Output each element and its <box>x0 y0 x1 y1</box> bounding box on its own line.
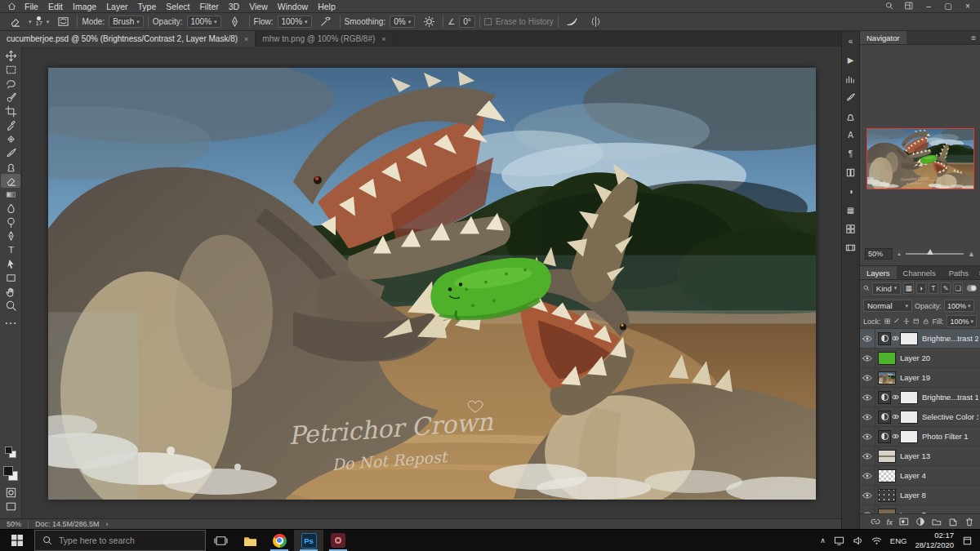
menu-window[interactable]: Window <box>273 2 313 11</box>
move-tool[interactable] <box>1 49 20 63</box>
foreground-color-swatch[interactable] <box>5 447 12 454</box>
layer-row[interactable]: Brightne...trast 2 <box>860 329 980 349</box>
blur-tool[interactable] <box>1 202 20 216</box>
visibility-toggle[interactable] <box>860 407 875 426</box>
layer-thumbnail[interactable] <box>878 450 896 463</box>
tab-close-icon[interactable]: × <box>244 35 248 43</box>
display-icon[interactable] <box>834 535 844 546</box>
layer-row[interactable]: Layer 19 <box>860 368 980 388</box>
filter-type-icon[interactable]: T <box>929 282 938 294</box>
adjustment-layer-icon[interactable] <box>878 411 891 424</box>
lock-transparency-icon[interactable] <box>884 317 891 326</box>
brush-settings-toggle-icon[interactable] <box>53 15 73 29</box>
channels-tab[interactable]: Channels <box>897 266 942 279</box>
minimize-button[interactable]: – <box>920 2 938 11</box>
angle-input[interactable]: 0° <box>459 16 475 28</box>
layer-name[interactable]: Brightne...trast 2 <box>922 334 978 343</box>
brush-settings-panel-icon[interactable] <box>844 91 858 104</box>
smoothing-select[interactable]: 0%▾ <box>390 16 415 28</box>
app-search-icon[interactable] <box>880 2 898 11</box>
visibility-toggle[interactable] <box>860 368 875 387</box>
layer-row[interactable]: Layer 4 <box>860 466 980 486</box>
filter-shape-icon[interactable]: ✎ <box>941 282 951 294</box>
pen-tool[interactable] <box>1 229 20 243</box>
histogram-panel-icon[interactable] <box>844 73 858 85</box>
mask-link-icon[interactable] <box>892 394 899 400</box>
opacity-select[interactable]: 100%▾ <box>187 16 221 28</box>
layer-row[interactable]: Layer 8 <box>860 486 980 505</box>
type-tool[interactable]: T <box>1 243 20 257</box>
layer-row[interactable]: Layer 7 <box>860 505 980 513</box>
new-group-icon[interactable] <box>932 517 942 527</box>
crop-tool[interactable] <box>1 104 20 118</box>
quick-selection-tool[interactable] <box>1 91 20 104</box>
lock-artboard-icon[interactable] <box>913 317 920 326</box>
status-zoom[interactable]: 50% <box>7 520 21 528</box>
visibility-toggle[interactable] <box>860 447 875 465</box>
menu-edit[interactable]: Edit <box>43 2 68 11</box>
taskbar-search[interactable] <box>34 530 206 551</box>
layer-row[interactable]: Photo Filter 1 <box>860 427 980 447</box>
tray-expand-icon[interactable]: ∧ <box>820 536 826 544</box>
actions-panel-icon[interactable]: ▶ <box>844 54 858 66</box>
visibility-toggle[interactable] <box>860 427 875 446</box>
restore-button[interactable]: ▢ <box>939 2 957 11</box>
navigator-tab[interactable]: Navigator <box>860 31 906 44</box>
layers-tab[interactable]: Layers <box>860 266 897 279</box>
lasso-tool[interactable] <box>1 77 20 91</box>
menu-view[interactable]: View <box>244 2 273 11</box>
search-input[interactable] <box>59 535 185 545</box>
screen-mode-button[interactable] <box>1 500 20 513</box>
visibility-toggle[interactable] <box>860 349 875 367</box>
panel-menu-icon[interactable]: ≡ <box>975 266 980 279</box>
flow-select[interactable]: 100%▾ <box>278 16 312 28</box>
layer-row[interactable]: Brightne...trast 1 <box>860 388 980 407</box>
dodge-tool[interactable] <box>1 216 20 229</box>
menu-image[interactable]: Image <box>68 2 101 11</box>
layer-thumbnail[interactable] <box>878 371 896 384</box>
language-indicator[interactable]: ENG <box>890 536 907 545</box>
panel-menu-icon[interactable]: ≡ <box>967 31 980 44</box>
filter-pixel-icon[interactable]: ▦ <box>903 282 913 294</box>
color-panel-icon[interactable]: ▦ <box>844 204 858 216</box>
app-button[interactable] <box>323 530 353 551</box>
menu-type[interactable]: Type <box>132 2 161 11</box>
adjustment-layer-icon[interactable] <box>878 430 891 443</box>
navigator-zoom-value[interactable]: 50% <box>865 248 893 260</box>
clone-stamp-tool[interactable] <box>1 160 20 174</box>
layer-name[interactable]: Photo Filter 1 <box>922 432 969 441</box>
smoothing-gear-icon[interactable] <box>419 15 439 29</box>
visibility-toggle[interactable] <box>860 486 875 504</box>
timeline-panel-icon[interactable] <box>844 242 858 254</box>
workspace-icon[interactable] <box>900 2 918 11</box>
tool-preset-caret[interactable]: ▾ <box>29 19 32 25</box>
layer-style-icon[interactable]: fx <box>887 518 893 527</box>
gradient-tool[interactable] <box>1 188 20 202</box>
status-expand-arrow[interactable]: › <box>106 520 109 528</box>
hand-tool[interactable] <box>1 285 20 299</box>
home-icon[interactable] <box>3 2 20 11</box>
file-explorer-button[interactable] <box>235 530 265 551</box>
zoom-slider[interactable] <box>906 253 964 255</box>
foreground-color-swatch[interactable] <box>3 466 13 476</box>
menu-3d[interactable]: 3D <box>224 2 244 11</box>
layer-name[interactable]: Layer 4 <box>900 471 926 480</box>
character-panel-icon[interactable]: A <box>844 129 858 141</box>
layer-mask-thumbnail[interactable] <box>900 411 918 424</box>
close-button[interactable]: × <box>959 2 977 11</box>
mask-link-icon[interactable] <box>892 433 899 439</box>
menu-filter[interactable]: Filter <box>194 2 223 11</box>
mask-link-icon[interactable] <box>892 414 899 420</box>
layer-mask-thumbnail[interactable] <box>900 430 918 443</box>
menu-select[interactable]: Select <box>161 2 194 11</box>
layer-name[interactable]: Brightne...trast 1 <box>922 393 978 402</box>
pressure-opacity-icon[interactable] <box>225 15 245 29</box>
brush-preset-picker[interactable]: 17 <box>36 16 42 27</box>
layer-mask-thumbnail[interactable] <box>900 391 918 404</box>
lock-all-icon[interactable] <box>923 317 929 326</box>
tab-close-icon[interactable]: × <box>381 35 385 43</box>
erase-history-checkbox[interactable] <box>484 18 492 25</box>
layer-thumbnail[interactable] <box>878 489 896 502</box>
quick-mask-button[interactable] <box>1 486 20 500</box>
photoshop-button[interactable]: Ps <box>294 530 323 551</box>
